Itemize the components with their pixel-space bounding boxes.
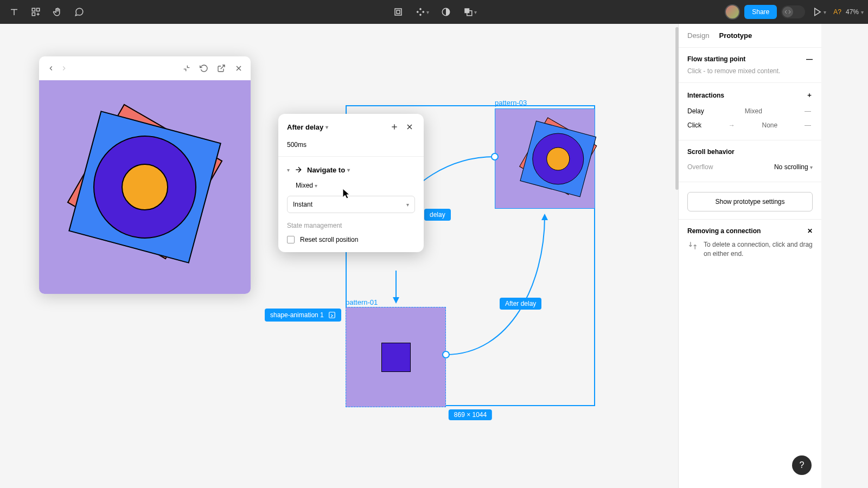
animation-dropdown[interactable]: Instant ▾ xyxy=(287,196,415,213)
tip-title: Removing a connection xyxy=(687,227,761,235)
zoom-control[interactable]: 47%▾ xyxy=(846,8,864,16)
properties-panel: Design Prototype Flow starting point — C… xyxy=(678,24,821,488)
frame-label-pattern01[interactable]: pattern-01 xyxy=(346,298,378,306)
frame-tool[interactable] xyxy=(388,2,408,22)
navigate-icon xyxy=(294,165,303,174)
top-toolbar: ▾ ▾ Share ▾ A? 47%▾ xyxy=(0,0,868,24)
preview-open-icon[interactable] xyxy=(216,63,227,74)
svg-marker-8 xyxy=(815,8,821,16)
flow-hint: Click - to remove mixed content. xyxy=(687,67,813,75)
prototype-preview-window xyxy=(39,56,251,294)
svg-rect-2 xyxy=(32,13,35,16)
component-tool[interactable]: ▾ xyxy=(412,2,432,22)
reset-scroll-checkbox[interactable] xyxy=(287,236,295,243)
svg-rect-4 xyxy=(397,10,400,14)
destination-dropdown[interactable]: Mixed ▾ xyxy=(278,178,424,192)
tip-gesture-icon xyxy=(687,240,698,251)
interaction-details-popover: After delay▾ 500ms ▾ Navigate to▾ Mixed … xyxy=(278,114,424,252)
resources-tool[interactable] xyxy=(26,2,46,22)
prototype-settings-button[interactable]: Show prototype settings xyxy=(687,192,813,211)
text-tool[interactable] xyxy=(4,2,24,22)
shape-animation-label[interactable]: shape-animation 1 xyxy=(265,309,341,322)
frame-label-pattern03[interactable]: pattern-03 xyxy=(495,99,527,107)
popover-trigger-dropdown[interactable]: After delay▾ xyxy=(287,123,385,131)
add-interaction-icon[interactable]: ＋ xyxy=(806,91,813,100)
connection-label-after-delay[interactable]: After delay xyxy=(500,298,541,310)
tip-text: To delete a connection, click and drag o… xyxy=(704,240,813,259)
scroll-behavior-header: Scroll behavior xyxy=(687,148,735,156)
popover-close-icon[interactable] xyxy=(404,121,415,132)
svg-rect-0 xyxy=(32,8,35,11)
devmode-toggle[interactable] xyxy=(781,5,805,18)
svg-rect-1 xyxy=(37,8,40,11)
missing-fonts-badge[interactable]: A? xyxy=(833,8,841,16)
share-button[interactable]: Share xyxy=(744,5,777,19)
mask-tool[interactable] xyxy=(436,2,456,22)
help-button[interactable]: ? xyxy=(792,455,812,475)
preview-close-icon[interactable] xyxy=(233,63,244,74)
interactions-header: Interactions xyxy=(687,92,724,99)
remove-flow-icon[interactable]: — xyxy=(806,55,813,63)
boolean-tool[interactable]: ▾ xyxy=(460,2,480,22)
preview-options-icon[interactable] xyxy=(181,63,192,74)
present-button[interactable]: ▾ xyxy=(809,2,829,22)
interaction-row-click[interactable]: Click → None — xyxy=(687,118,813,132)
reset-scroll-label: Reset scroll position xyxy=(300,236,358,243)
flow-header: Flow starting point xyxy=(687,55,745,63)
tip-close-icon[interactable]: ✕ xyxy=(807,227,813,235)
arrow-icon: → xyxy=(727,121,737,129)
preview-artwork xyxy=(69,111,221,263)
tab-prototype[interactable]: Prototype xyxy=(719,31,752,40)
preview-forward-icon[interactable] xyxy=(59,63,69,74)
comment-tool[interactable] xyxy=(69,2,89,22)
interaction-row-delay[interactable]: Delay Mixed — xyxy=(687,104,813,118)
selection-dimensions: 869 × 1044 xyxy=(449,409,492,420)
frame-pattern01[interactable] xyxy=(346,307,446,407)
pattern03-artwork xyxy=(520,121,570,197)
panel-scrollbar[interactable] xyxy=(675,27,679,190)
delay-value-input[interactable]: 500ms xyxy=(278,138,424,152)
preview-back-icon[interactable] xyxy=(46,63,56,74)
preview-viewport xyxy=(39,80,251,294)
svg-rect-3 xyxy=(395,9,401,15)
overflow-label: Overflow xyxy=(687,163,713,171)
overflow-dropdown[interactable]: No scrolling ▾ xyxy=(774,163,813,171)
preview-restart-icon[interactable] xyxy=(199,63,209,74)
connection-label-delay[interactable]: delay xyxy=(424,209,451,221)
collapse-icon[interactable]: ▾ xyxy=(287,167,290,173)
frame-pattern03[interactable] xyxy=(495,108,595,209)
tab-design[interactable]: Design xyxy=(687,31,709,40)
action-dropdown[interactable]: Navigate to▾ xyxy=(307,166,350,174)
popover-add-icon[interactable] xyxy=(389,121,400,132)
user-avatar[interactable] xyxy=(725,4,740,20)
pattern01-square xyxy=(381,343,411,372)
state-management-header: State management xyxy=(278,216,424,232)
hand-tool[interactable] xyxy=(48,2,67,22)
